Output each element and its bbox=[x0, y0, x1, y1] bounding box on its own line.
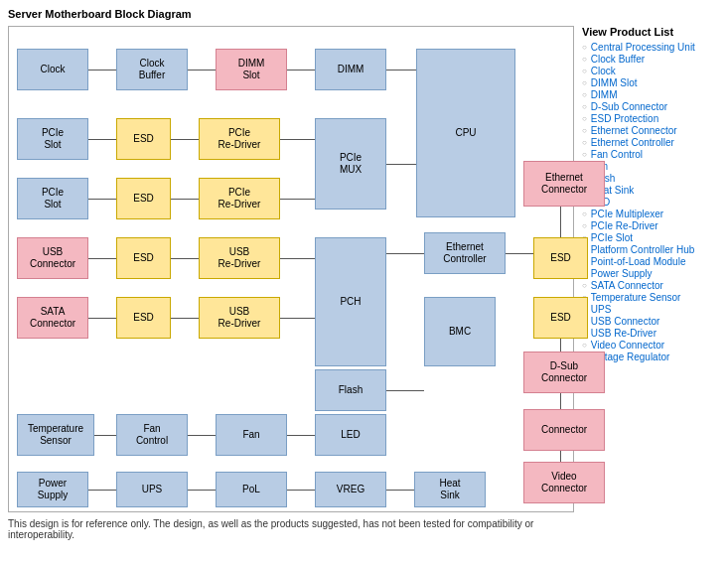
list-item-dsubconn[interactable]: D-Sub Connector bbox=[582, 101, 726, 112]
arrow-fan-led bbox=[287, 435, 315, 436]
bmc-block: BMC bbox=[424, 297, 496, 366]
list-item-ups[interactable]: UPS bbox=[582, 304, 726, 315]
arrow-psu-ups bbox=[88, 490, 116, 491]
arrow-pch-ethctrl bbox=[386, 253, 424, 254]
arrow-dsub-connector bbox=[560, 393, 561, 409]
list-item-clock[interactable]: Clock bbox=[582, 66, 726, 76]
arrow-clock-clockbuffer bbox=[88, 70, 116, 70]
pcie-slot-2-block: PCIeSlot bbox=[17, 178, 88, 219]
usb-redriver-1-block: USBRe-Driver bbox=[199, 237, 280, 279]
list-item-tempsensor[interactable]: Temperature Sensor bbox=[582, 292, 726, 303]
list-item-ethctrl[interactable]: Ethernet Controller bbox=[582, 137, 726, 148]
arrow-esd4-ethconn bbox=[560, 207, 561, 237]
power-supply-block: PowerSupply bbox=[17, 472, 88, 507]
arrow-pcierrd1-pciemux bbox=[280, 139, 315, 140]
clock-block: Clock bbox=[17, 49, 88, 90]
arrow-usbrrd1-pch bbox=[280, 258, 315, 259]
list-item-clockbuffer[interactable]: Clock Buffer bbox=[582, 54, 726, 65]
page-title: Server Motherboard Block Diagram bbox=[8, 8, 720, 20]
usb-redriver-2-block: USBRe-Driver bbox=[199, 297, 280, 339]
arrow-connector-video bbox=[560, 451, 561, 462]
led-block: LED bbox=[315, 414, 386, 456]
heat-sink-block: HeatSink bbox=[414, 472, 486, 507]
arrow-clockbuffer-dimmslot bbox=[188, 70, 216, 70]
pcie-redriver-1-block: PCIeRe-Driver bbox=[199, 118, 280, 160]
arrow-dimm-cpu bbox=[386, 70, 416, 70]
ups-block: UPS bbox=[116, 472, 188, 507]
esd-1-block: ESD bbox=[116, 118, 171, 160]
dsub-connector-block: D-SubConnector bbox=[523, 352, 605, 393]
arrow-pcierrd2-pciemux bbox=[280, 199, 315, 200]
list-item-fancontrol[interactable]: Fan Control bbox=[582, 149, 726, 160]
list-item-pciemux[interactable]: PCIe Multiplexer bbox=[582, 209, 726, 219]
pol-block: PoL bbox=[216, 472, 287, 507]
ethernet-controller-block: EthernetController bbox=[424, 232, 506, 274]
arrow-dimmslot-dimm bbox=[287, 70, 315, 70]
fan-control-block: FanControl bbox=[116, 414, 188, 456]
list-item-esdprot[interactable]: ESD Protection bbox=[582, 113, 726, 124]
arrow-usbconn-esd3 bbox=[88, 258, 116, 259]
list-item-ethconn[interactable]: Ethernet Connector bbox=[582, 125, 726, 136]
list-item-dimm[interactable]: DIMM bbox=[582, 89, 726, 100]
arrow-ethctrl-esd4 bbox=[506, 253, 533, 254]
arrow-bmc-flash bbox=[386, 390, 424, 391]
flash-block: Flash bbox=[315, 369, 386, 411]
arrow-esd1-pcierrd1 bbox=[171, 139, 199, 140]
cpu-block: CPU bbox=[416, 49, 515, 217]
list-item-pcieslot[interactable]: PCIe Slot bbox=[582, 232, 726, 243]
arrow-usbrrd2-pch bbox=[280, 318, 315, 319]
list-item-pcierrd[interactable]: PCIe Re-Driver bbox=[582, 220, 726, 231]
video-connector-block: VideoConnector bbox=[523, 462, 605, 503]
clock-buffer-block: ClockBuffer bbox=[116, 49, 188, 90]
list-item-psu[interactable]: Power Supply bbox=[582, 268, 726, 279]
list-item-usbrrd[interactable]: USB Re-Driver bbox=[582, 328, 726, 339]
dimm-block: DIMM bbox=[315, 49, 386, 90]
arrow-vreg-heatsink bbox=[386, 490, 414, 491]
esd-3-block: ESD bbox=[116, 237, 171, 279]
usb-connector-block: USBConnector bbox=[17, 237, 88, 279]
temperature-sensor-block: TemperatureSensor bbox=[17, 414, 94, 456]
list-item-videoconn[interactable]: Video Connector bbox=[582, 340, 726, 351]
footnote: This design is for reference only. The d… bbox=[8, 518, 574, 540]
pcie-slot-1-block: PCIeSlot bbox=[17, 118, 88, 160]
dimm-slot-block: DIMMSlot bbox=[216, 49, 287, 90]
connector-block: Connector bbox=[523, 409, 605, 451]
fan-block: Fan bbox=[216, 414, 287, 456]
list-item-cpu[interactable]: Central Processing Unit bbox=[582, 42, 726, 53]
arrow-tempsensor-fancontrol bbox=[94, 435, 116, 436]
arrow-pcie2-esd2 bbox=[88, 199, 116, 200]
arrow-ups-pol bbox=[188, 490, 216, 491]
list-item-pol[interactable]: Point-of-Load Module bbox=[582, 256, 726, 267]
arrow-pcie1-esd1 bbox=[88, 139, 116, 140]
sidebar-title: View Product List bbox=[582, 26, 726, 38]
list-item-pch[interactable]: Platform Controller Hub bbox=[582, 244, 726, 255]
list-item-usbconn[interactable]: USB Connector bbox=[582, 316, 726, 327]
esd-2-block: ESD bbox=[116, 178, 171, 219]
pcie-redriver-2-block: PCIeRe-Driver bbox=[199, 178, 280, 219]
arrow-pciemux-cpu bbox=[386, 164, 416, 165]
arrow-esd2-pcierrd2 bbox=[171, 199, 199, 200]
ethernet-connector-block: EthernetConnector bbox=[523, 161, 605, 207]
arrow-pol-vreg bbox=[287, 490, 315, 491]
arrow-esd3-usbrrd1 bbox=[171, 258, 199, 259]
esd-5-block: ESD bbox=[116, 297, 171, 339]
list-item-dimmslot[interactable]: DIMM Slot bbox=[582, 77, 726, 88]
esd-6-block: ESD bbox=[533, 297, 588, 339]
list-item-sataconn[interactable]: SATA Connector bbox=[582, 280, 726, 291]
pch-block: PCH bbox=[315, 237, 386, 366]
arrow-esd6-dsub bbox=[560, 339, 561, 352]
pcie-mux-block: PCIeMUX bbox=[315, 118, 386, 210]
diagram-wrapper: Clock ClockBuffer DIMMSlot DIMM CPU PCIe… bbox=[8, 26, 574, 512]
esd-4-block: ESD bbox=[533, 237, 588, 279]
arrow-esd5-usbrrd2 bbox=[171, 318, 199, 319]
sata-connector-block: SATAConnector bbox=[17, 297, 88, 339]
arrow-sataconn-esd5 bbox=[88, 318, 116, 319]
arrow-fancontrol-fan bbox=[188, 435, 216, 436]
vreg-block: VREG bbox=[315, 472, 386, 507]
